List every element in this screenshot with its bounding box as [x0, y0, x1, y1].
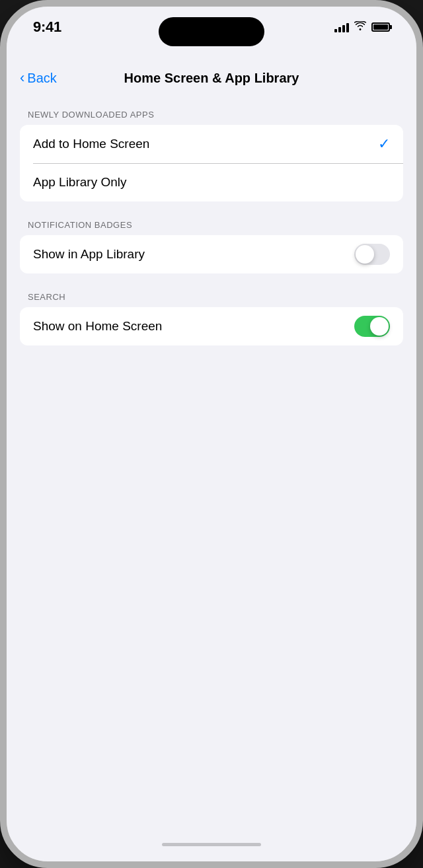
app-library-only-label: App Library Only: [33, 175, 127, 190]
settings-group-search: Show on Home Screen: [20, 307, 403, 345]
row-show-in-app-library: Show in App Library: [20, 235, 403, 273]
wifi-icon: [354, 21, 366, 33]
phone-screen: 9:41: [7, 7, 416, 861]
signal-bar-4: [346, 23, 349, 32]
show-in-app-library-label: Show in App Library: [33, 247, 145, 262]
toggle-knob-2: [370, 317, 389, 336]
add-to-home-screen-label: Add to Home Screen: [33, 137, 149, 151]
phone-frame: 9:41: [0, 0, 423, 868]
section-search: SEARCH Show on Home Screen: [7, 292, 416, 345]
status-icons: [334, 18, 390, 33]
section-notification-badges: NOTIFICATION BADGES Show in App Library: [7, 220, 416, 273]
back-chevron-icon: ‹: [20, 71, 24, 85]
back-label: Back: [27, 71, 56, 86]
show-in-app-library-toggle[interactable]: [354, 244, 390, 265]
row-app-library-only[interactable]: App Library Only: [20, 163, 403, 201]
settings-content: NEWLY DOWNLOADED APPS Add to Home Screen…: [7, 96, 416, 832]
nav-bar: ‹ Back Home Screen & App Library: [7, 59, 416, 96]
row-show-on-home-screen: Show on Home Screen: [20, 307, 403, 345]
back-button[interactable]: ‹ Back: [20, 71, 73, 86]
signal-bar-3: [342, 25, 345, 32]
settings-group-newly-downloaded: Add to Home Screen ✓ App Library Only: [20, 125, 403, 201]
section-label-search: SEARCH: [7, 292, 416, 302]
row-add-to-home-screen[interactable]: Add to Home Screen ✓: [20, 125, 403, 163]
show-on-home-screen-label: Show on Home Screen: [33, 319, 162, 334]
battery-fill: [373, 24, 388, 30]
section-label-newly-downloaded: NEWLY DOWNLOADED APPS: [7, 110, 416, 120]
battery-icon: [371, 22, 390, 32]
signal-bars-icon: [334, 22, 349, 32]
show-on-home-screen-toggle[interactable]: [354, 316, 390, 337]
signal-bar-1: [334, 29, 337, 32]
section-label-notification-badges: NOTIFICATION BADGES: [7, 220, 416, 230]
dynamic-island: [159, 17, 264, 46]
status-time: 9:41: [33, 18, 61, 36]
home-bar: [162, 843, 261, 846]
home-indicator: [7, 832, 416, 861]
page-title: Home Screen & App Library: [73, 71, 350, 86]
toggle-knob: [356, 245, 374, 264]
section-newly-downloaded: NEWLY DOWNLOADED APPS Add to Home Screen…: [7, 110, 416, 201]
settings-group-notification-badges: Show in App Library: [20, 235, 403, 273]
signal-bar-2: [338, 27, 341, 32]
add-to-home-screen-checkmark: ✓: [378, 135, 390, 153]
status-bar: 9:41: [7, 7, 416, 59]
